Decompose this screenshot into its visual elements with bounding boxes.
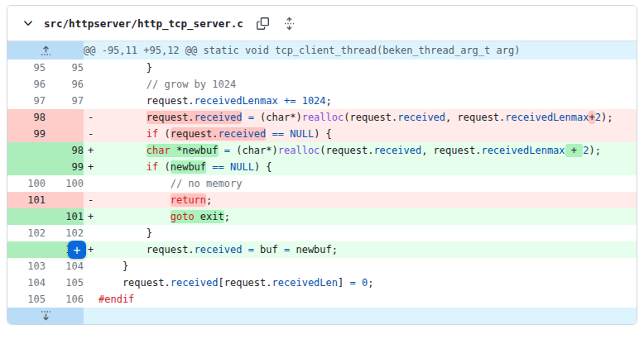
diff-row: 102102 }	[7, 225, 637, 241]
code-line: // grow by 1024	[84, 76, 637, 93]
code-token	[99, 145, 147, 156]
diff-row: 9797 request.receivedLenmax += 1024;	[7, 93, 637, 109]
expand-all-button[interactable]	[282, 15, 296, 32]
code-line: + goto exit;	[84, 208, 637, 225]
old-line-number: 96	[7, 76, 46, 93]
code-line: - return;	[84, 192, 637, 208]
new-line-number: 106	[46, 291, 84, 308]
code-line: request.receivedLenmax += 1024;	[84, 93, 637, 109]
new-line-number: 99	[46, 159, 84, 175]
hunk-header-text: @@ -95,11 +95,12 @@ static void tcp_clie…	[84, 41, 637, 60]
code-token: (char*)	[254, 112, 302, 123]
code-token: +	[565, 145, 584, 156]
diff-marker: +	[84, 159, 99, 175]
old-line-number: 105	[7, 291, 46, 308]
diff-marker: -	[84, 109, 99, 126]
new-line-number: 104	[46, 258, 84, 275]
diff-row: 98+ char *newbuf = (char*)realloc(reques…	[7, 142, 637, 159]
code-token	[242, 112, 248, 123]
new-line-number: 96	[46, 76, 84, 93]
old-line-number	[7, 208, 46, 225]
copy-icon	[257, 17, 269, 30]
old-line-number: 98	[7, 109, 46, 126]
code-token: (request.	[320, 145, 373, 156]
code-token: goto	[171, 211, 195, 222]
add-comment-button[interactable]: +	[68, 241, 86, 259]
code-token: received	[373, 145, 421, 156]
old-line-number	[7, 159, 46, 175]
code-token: ) {	[254, 161, 272, 173]
copy-path-button[interactable]	[255, 16, 271, 31]
code-token: (	[158, 128, 170, 140]
code-token: request.	[99, 95, 195, 107]
code-token: receivedLenmax	[481, 145, 565, 156]
word-diff-highlight: +	[565, 144, 584, 157]
word-diff-highlight: goto exit	[171, 210, 224, 223]
diff-row: 100100 // no memory	[7, 175, 637, 192]
hunk-gutter	[7, 41, 84, 60]
code-line: }	[84, 225, 637, 241]
word-diff-highlight: return	[171, 193, 206, 207]
code-token: ;	[206, 194, 212, 206]
code-token	[219, 145, 224, 156]
code-line: - if (request.received == NULL) {	[84, 126, 637, 142]
code-token: ]	[338, 277, 349, 289]
expand-down-gutter	[7, 308, 84, 324]
diff-row: 9696 // grow by 1024	[7, 76, 637, 93]
old-line-number: 103	[7, 258, 46, 275]
old-line-number: 100	[7, 175, 46, 192]
code-line: - request.received = (char*)realloc(requ…	[84, 109, 637, 126]
code-token	[224, 161, 230, 173]
code-token: received	[195, 112, 243, 123]
code-line: #endif	[84, 291, 637, 308]
code-token: *newbuf	[171, 145, 219, 156]
code-token: buf	[254, 244, 284, 255]
old-line-number: 95	[7, 60, 46, 76]
new-line-number	[46, 109, 84, 126]
code-token: , request.	[421, 145, 481, 156]
fold-down-icon	[41, 310, 51, 322]
code-token: 1024	[302, 95, 326, 107]
old-line-number: 99	[7, 126, 46, 142]
code-token: received	[219, 128, 267, 140]
code-line: request.received[request.receivedLen] = …	[84, 275, 637, 291]
code-token	[99, 211, 171, 222]
file-diff-card: src/httpserver/http_tcp_server.c	[7, 5, 637, 325]
code-token	[99, 194, 171, 206]
code-token: );	[589, 145, 601, 156]
word-diff-highlight: request.received	[147, 111, 243, 124]
expand-down-row	[7, 308, 637, 324]
collapse-file-button[interactable]	[21, 16, 36, 31]
diff-row: 103104 }	[7, 258, 637, 275]
new-line-number: 97	[46, 93, 84, 109]
code-token: ==	[212, 161, 223, 173]
old-line-number	[7, 241, 46, 258]
diff-row: 98- request.received = (char*)realloc(re…	[7, 109, 637, 126]
code-token: }	[99, 260, 128, 272]
code-token: realloc	[278, 145, 320, 156]
code-token: }	[99, 227, 152, 239]
code-line: }	[84, 60, 637, 76]
hunk-header-row: @@ -95,11 +95,12 @@ static void tcp_clie…	[7, 41, 637, 60]
word-diff-highlight: +	[589, 111, 594, 124]
code-token	[266, 128, 272, 140]
code-token: // no memory	[99, 178, 242, 189]
code-token: =	[349, 277, 355, 289]
code-token: request.	[99, 244, 195, 255]
code-token	[356, 277, 362, 289]
old-line-number: 102	[7, 225, 46, 241]
diff-row: 104105 request.received[request.received…	[7, 275, 637, 291]
file-header: src/httpserver/http_tcp_server.c	[7, 6, 637, 41]
fold-up-icon	[41, 45, 51, 56]
expand-up-button[interactable]	[7, 41, 84, 60]
code-token: ;	[224, 211, 230, 222]
diff-marker: -	[84, 192, 99, 208]
code-token: newbuf;	[290, 244, 338, 255]
code-token: +	[589, 112, 594, 123]
code-token: (	[158, 161, 170, 173]
code-token: char	[147, 145, 171, 156]
code-token: request.	[147, 112, 195, 123]
new-line-number: 105	[46, 275, 84, 291]
word-diff-highlight: newbuf	[171, 160, 206, 174]
expand-down-button[interactable]	[7, 308, 84, 324]
